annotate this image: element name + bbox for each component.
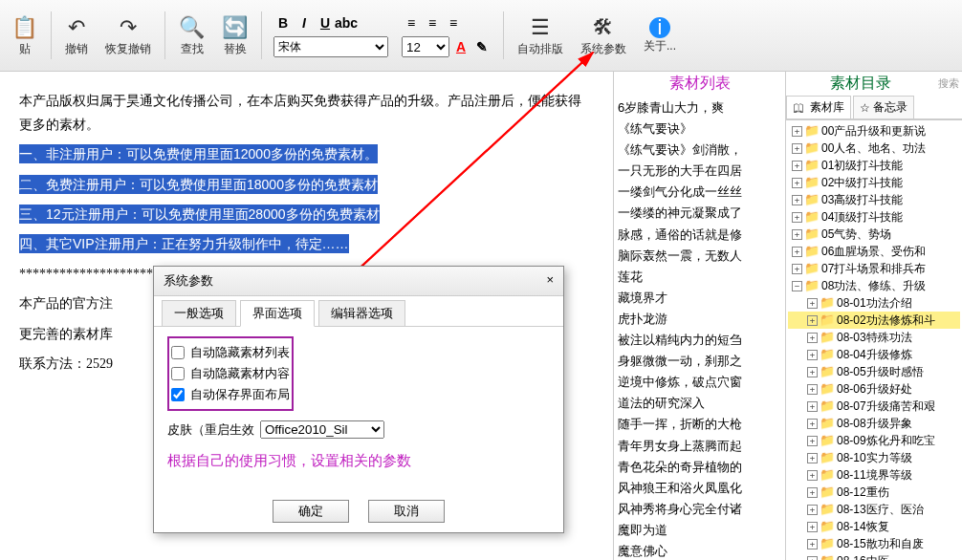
layout-icon: ☰ — [531, 14, 550, 41]
editor-highlight: 二、免费注册用户：可以免费使用里面18000多份的免费素材 — [19, 175, 378, 194]
tree-item[interactable]: +📁06血腥场景、受伤和 — [788, 243, 960, 260]
tree-item[interactable]: +📁08-10实力等级 — [788, 449, 960, 466]
tree-item[interactable]: +📁01初级打斗技能 — [788, 157, 960, 174]
tab-editor[interactable]: 编辑器选项 — [318, 300, 405, 326]
tree-item[interactable]: +📁08-16中医 — [788, 552, 960, 560]
tree-item[interactable]: +📁08-02功法修炼和斗 — [788, 312, 960, 329]
chk-save-layout[interactable] — [171, 388, 185, 401]
tree-item[interactable]: −📁08功法、修练、升级 — [788, 277, 960, 294]
tree-item[interactable]: +📁08-08升级异象 — [788, 415, 960, 432]
redo-icon: ↷ — [120, 14, 137, 41]
material-list[interactable]: 6岁膝青山大力，爽《练气要诀》《练气要诀》剑消散，一只无形的大手在四居一缕剑气分… — [614, 96, 785, 560]
tree-item[interactable]: +📁04顶级打斗技能 — [788, 208, 960, 226]
dialog-note: 根据自己的使用习惯，设置相关的参数 — [167, 452, 550, 470]
list-item[interactable]: 魔即为道 — [618, 520, 781, 541]
auto-layout-button[interactable]: ☰自动排版 — [510, 11, 571, 61]
tree-item[interactable]: +📁07打斗场景和排兵布 — [788, 260, 960, 277]
align-left-icon[interactable]: ≡ — [402, 13, 421, 32]
list-item[interactable]: 风神秀将身心完全付诸 — [618, 499, 781, 520]
tree-item[interactable]: +📁08-14恢复 — [788, 518, 960, 535]
tree-item[interactable]: +📁08-03特殊功法 — [788, 329, 960, 346]
underline-icon[interactable]: U — [316, 13, 335, 32]
material-tree-title: 素材目录 — [786, 72, 935, 96]
list-item[interactable]: 被注以精纯内力的短刍 — [618, 330, 781, 351]
font-color-icon[interactable]: A — [451, 37, 470, 56]
list-item[interactable]: 莲花 — [618, 267, 781, 288]
tree-item[interactable]: +📁08-12重伤 — [788, 484, 960, 501]
tree-item[interactable]: +📁08-06升级好处 — [788, 380, 960, 398]
list-item[interactable]: 青年男女身上蒸腾而起 — [618, 436, 781, 457]
list-item[interactable]: 6岁膝青山大力，爽 — [618, 97, 781, 118]
align-right-icon[interactable]: ≡ — [444, 13, 463, 32]
tree-item[interactable]: +📁03高级打斗技能 — [788, 191, 960, 208]
find-button[interactable]: 🔍查找 — [171, 11, 212, 61]
tree-item[interactable]: +📁05气势、势场 — [788, 226, 960, 243]
gear-icon: 🛠 — [593, 14, 614, 41]
paste-button[interactable]: 📋贴 — [4, 11, 45, 61]
font-select[interactable]: 宋体 — [273, 36, 388, 57]
tree-item[interactable]: +📁08-09炼化丹和吃宝 — [788, 432, 960, 449]
replace-icon: 🔄 — [222, 14, 248, 41]
star-icon: ☆ — [860, 101, 870, 115]
list-item[interactable]: 脑际轰然一震，无数人 — [618, 246, 781, 267]
system-params-dialog: 系统参数 × 一般选项 界面选项 编辑器选项 自动隐藏素材列表 自动隐藏素材内容… — [153, 266, 564, 533]
chk-hide-list[interactable] — [171, 346, 185, 359]
replace-button[interactable]: 🔄替换 — [214, 11, 255, 61]
list-item[interactable]: 风神狼王和浴火凤凰化 — [618, 478, 781, 499]
tree-item[interactable]: +📁08-05升级时感悟 — [788, 363, 960, 380]
tree-item[interactable]: +📁08-11境界等级 — [788, 466, 960, 484]
dialog-title-text: 系统参数 — [164, 272, 213, 290]
list-item[interactable]: 一只无形的大手在四居 — [618, 161, 781, 182]
list-item[interactable]: 脉感，通俗的话就是修 — [618, 225, 781, 246]
ok-button[interactable]: 确定 — [273, 500, 349, 523]
list-item[interactable]: 魔意佛心 — [618, 541, 781, 560]
tree-item[interactable]: +📁08-04升级修炼 — [788, 346, 960, 363]
redo-button[interactable]: ↷恢复撤销 — [98, 11, 159, 61]
search-input[interactable]: 搜索 — [935, 76, 962, 91]
list-item[interactable]: 《练气要诀》 — [618, 118, 781, 140]
skin-label: 皮肤（重启生效 — [167, 421, 254, 439]
list-item[interactable]: 一缕剑气分化成一丝丝 — [618, 182, 781, 203]
list-item[interactable]: 《练气要诀》剑消散， — [618, 140, 781, 161]
close-icon[interactable]: × — [546, 272, 554, 290]
dialog-titlebar[interactable]: 系统参数 × — [154, 267, 563, 296]
skin-select[interactable]: Office2010_Sil — [260, 420, 384, 439]
undo-button[interactable]: ↶撤销 — [57, 11, 96, 61]
chk-hide-content[interactable] — [171, 367, 185, 380]
list-item[interactable]: 虎扑龙游 — [618, 309, 781, 330]
checkbox-highlight: 自动隐藏素材列表 自动隐藏素材内容 自动保存界面布局 — [167, 336, 294, 411]
tree-item[interactable]: +📁08-13医疗、医治 — [788, 501, 960, 518]
highlight-icon[interactable]: ✎ — [472, 37, 492, 56]
list-item[interactable]: 身躯微微一动，刹那之 — [618, 351, 781, 372]
list-item[interactable]: 一缕缕的神元凝聚成了 — [618, 203, 781, 224]
material-tree[interactable]: +📁00产品升级和更新说+📁00人名、地名、功法+📁01初级打斗技能+📁02中级… — [786, 119, 962, 560]
strike-icon[interactable]: abc — [337, 13, 356, 32]
tree-item[interactable]: +📁00人名、地名、功法 — [788, 140, 960, 157]
tree-item[interactable]: +📁08-01功法介绍 — [788, 294, 960, 312]
editor-highlight: 四、其它VIP注册用户：正在努力升级制作中，待定…… — [19, 234, 349, 253]
tree-item[interactable]: +📁02中级打斗技能 — [788, 174, 960, 191]
align-center-icon[interactable]: ≡ — [423, 13, 442, 32]
font-size-select[interactable]: 12 — [402, 36, 449, 57]
list-item[interactable]: 藏境界才 — [618, 288, 781, 309]
tree-item[interactable]: +📁08-15散功和自废 — [788, 535, 960, 552]
bold-icon[interactable]: B — [273, 13, 293, 32]
list-item[interactable]: 道法的研究深入 — [618, 393, 781, 414]
list-item[interactable]: 青色花朵的奇异植物的 — [618, 457, 781, 478]
material-list-title: 素材列表 — [614, 72, 785, 96]
tree-item[interactable]: +📁08-07升级痛苦和艰 — [788, 398, 960, 415]
italic-icon[interactable]: I — [295, 13, 314, 32]
tab-general[interactable]: 一般选项 — [162, 300, 236, 326]
material-tree-pane: 素材目录 搜索 🕮素材库 ☆备忘录 +📁00产品升级和更新说+📁00人名、地名、… — [786, 72, 962, 560]
search-icon: 🔍 — [179, 14, 205, 41]
list-item[interactable]: 逆境中修炼，破点穴窗 — [618, 372, 781, 393]
tree-item[interactable]: +📁00产品升级和更新说 — [788, 122, 960, 140]
sys-params-button[interactable]: 🛠系统参数 — [573, 11, 634, 61]
tab-ui[interactable]: 界面选项 — [240, 300, 315, 327]
cancel-button[interactable]: 取消 — [368, 500, 445, 523]
list-item[interactable]: 随手一挥，折断的大枪 — [618, 414, 781, 435]
about-button[interactable]: i关于... — [636, 13, 684, 58]
editor-highlight: 一、非注册用户：可以免费使用里面12000多份的免费素材。 — [19, 144, 378, 163]
tab-library[interactable]: 🕮素材库 — [786, 96, 851, 118]
tab-memo[interactable]: ☆备忘录 — [853, 96, 914, 118]
